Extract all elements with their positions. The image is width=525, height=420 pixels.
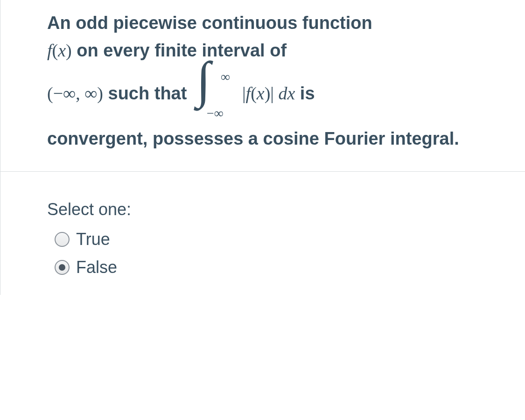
infinity-1: ∞ [63,84,76,103]
fx-f: f [47,41,52,60]
integral-symbol: ∫ ∞ −∞ [194,64,240,125]
is-text: is [295,84,315,103]
integrand-f: f [246,84,251,103]
select-one-prompt: Select one: [47,200,488,219]
question-part1: An odd piecewise continuous function [47,13,372,33]
radio-true[interactable] [55,232,70,247]
such-that: such that [103,84,192,103]
abs-close: | [270,84,274,103]
integral-lower-limit: −∞ [207,99,224,128]
option-true-label: True [76,230,110,249]
fx-open: ( [52,41,58,60]
fx-x: x [58,41,66,60]
answer-section: Select one: True False [0,172,525,295]
option-true-row[interactable]: True [47,230,488,249]
option-false-label: False [76,258,117,277]
fx-close: ) [66,41,72,60]
question-part3: convergent, possesses a cosine Fourier i… [47,129,459,148]
interval-comma: , [76,84,84,103]
integrand-x: x [257,84,265,103]
dx-x: x [287,84,295,103]
abs-open: | [242,84,246,103]
dx-d: d [274,84,287,103]
radio-false[interactable] [55,260,70,275]
interval-open: (− [47,84,63,103]
integrand-open: ( [251,84,257,103]
integral-sign-icon: ∫ [196,54,210,105]
interval-close: ) [97,84,103,103]
option-false-row[interactable]: False [47,258,488,277]
question-text: An odd piecewise continuous function f(x… [0,0,525,172]
question-part2: on every finite interval of [72,41,287,60]
question-container: An odd piecewise continuous function f(x… [0,0,525,295]
integrand-close: ) [265,84,271,103]
infinity-2: ∞ [84,84,97,103]
integral-upper-limit: ∞ [221,63,230,91]
